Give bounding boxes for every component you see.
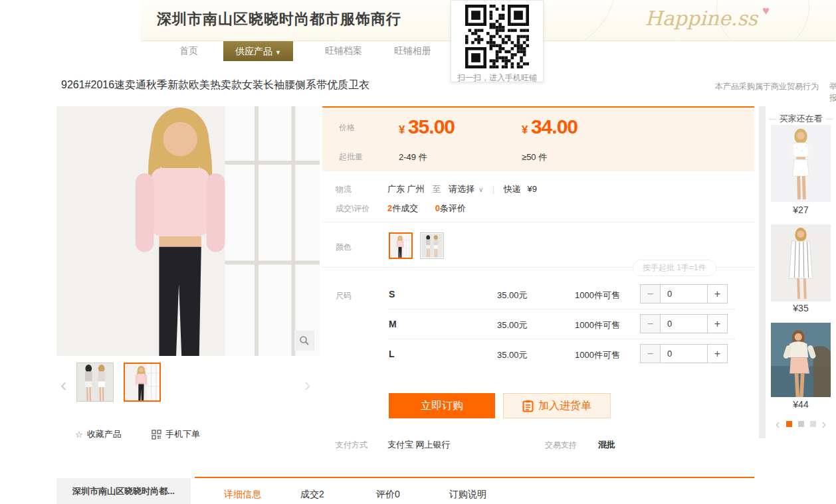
pager-prev-arrow[interactable]: ‹ (776, 417, 780, 430)
sidebar-gap (759, 106, 766, 438)
sidebar-product-1[interactable] (771, 125, 831, 202)
caret-down-icon: ▼ (275, 49, 281, 56)
thumbs-prev-arrow[interactable]: ‹ (60, 376, 66, 394)
size-row-stock: 1000件可售 (575, 319, 620, 331)
sidebar-pager: ‹ › (766, 417, 836, 430)
banner-brand-text: Happine.ss (645, 7, 758, 30)
stats-label: 成交\评价 (336, 203, 369, 214)
tier1-price: ¥ 35.00 (399, 116, 455, 138)
report-link[interactable]: 举报 (829, 81, 836, 104)
sidebar-product-3[interactable] (771, 323, 831, 397)
express-label: 快递 (504, 184, 521, 194)
tab-reviews[interactable]: 评价0 (376, 489, 400, 501)
tier2-price-value: 34.00 (531, 116, 577, 137)
size-row-stock: 1000件可售 (575, 290, 620, 301)
nav-archive-label: 旺铺档案 (325, 45, 362, 56)
nav-album-label: 旺铺相册 (394, 45, 431, 56)
qty-input[interactable]: 0 (661, 345, 707, 363)
review-suffix[interactable]: 条评价 (440, 203, 466, 213)
magnifier-icon (299, 335, 310, 346)
trade-support-label: 交易支持 (545, 440, 577, 451)
deal-suffix[interactable]: 件成交 (392, 203, 418, 213)
size-row-price: 35.00元 (497, 290, 528, 301)
qr-grid-icon (152, 430, 161, 440)
sidebar-product-2[interactable] (771, 224, 831, 301)
trade-note: 本产品采购属于商业贸易行为 (715, 81, 819, 92)
nav-products[interactable]: 供应产品▼ (223, 41, 293, 61)
logistics-label: 物流 (336, 184, 352, 195)
mobile-order-label: 手机下单 (165, 428, 200, 440)
tab-detail-info[interactable]: 详细信息 (224, 489, 261, 501)
batch-hint-pill: 按手起批 1手=1件 (633, 260, 716, 276)
color-swatch-pink[interactable] (389, 232, 413, 259)
nav-archive[interactable]: 旺铺档案 (325, 45, 362, 57)
logistics-value: 广东 广州 至 请选择∨ | 快递 ¥9 (387, 183, 537, 195)
thumbs-next-arrow[interactable]: › (304, 376, 310, 394)
express-fee: ¥9 (527, 184, 536, 194)
star-icon: ☆ (75, 430, 83, 440)
tier1-qty: 2-49 件 (399, 151, 427, 163)
currency-symbol: ¥ (399, 124, 405, 136)
minus-button[interactable]: − (641, 315, 661, 333)
moq-label: 起批量 (339, 151, 363, 163)
add-to-cart-button[interactable]: 加入进货单 (503, 393, 611, 418)
image-zoom-button[interactable] (294, 331, 314, 351)
pager-dot-3[interactable] (810, 421, 816, 427)
main-product-image[interactable] (56, 106, 320, 356)
color-swatch-white[interactable] (420, 232, 444, 259)
payment-methods: 支付宝 网上银行 (387, 439, 451, 451)
stats-value: 2件成交 0条评价 (387, 203, 466, 214)
tab-deals[interactable]: 成交2 (300, 489, 324, 501)
plus-button[interactable]: + (707, 315, 727, 333)
thumbnail-photo (125, 364, 159, 400)
trade-support-value: 混批 (598, 439, 615, 451)
pager-dot-2[interactable] (798, 421, 804, 427)
size-row-price: 35.00元 (497, 319, 528, 331)
also-viewed-sidebar: 买家还在看 ¥27 ¥35 ¥44 ‹ › (766, 106, 836, 438)
bottom-shop-box[interactable]: 深圳市南山区晓晓时尚都... (56, 478, 191, 504)
minus-button[interactable]: − (641, 285, 661, 303)
minus-button[interactable]: − (641, 345, 661, 363)
clipboard-icon (522, 400, 534, 412)
to-word: 至 (432, 184, 441, 194)
tab-order-notes[interactable]: 订购说明 (449, 489, 486, 501)
sidebar-product-photo (771, 125, 831, 202)
divider: | (492, 184, 494, 194)
sidebar-product-photo (771, 224, 831, 301)
mobile-shop-qr-panel: 扫一扫，进入手机旺铺 (451, 0, 544, 82)
product-page: 深圳市南山区晓晓时尚都市服饰商行 Happine.ss ♥ 首页 供应产品▼ 旺… (0, 0, 836, 504)
thumbnail-white-outfit[interactable] (76, 363, 114, 402)
qty-input[interactable]: 0 (661, 285, 707, 303)
nav-home-label: 首页 (179, 45, 198, 56)
sidebar-price-2: ¥35 (766, 303, 836, 313)
chevron-down-icon: ∨ (478, 186, 483, 193)
qty-stepper-m: − 0 + (640, 314, 728, 333)
tabs-accent-line (195, 477, 754, 478)
pager-dot-1[interactable] (786, 421, 792, 427)
pager-next-arrow[interactable]: › (822, 417, 827, 430)
tier1-price-value: 35.00 (408, 116, 455, 137)
qr-code (465, 5, 529, 68)
plus-button[interactable]: + (707, 345, 727, 363)
sidebar-price-3: ¥44 (766, 399, 836, 410)
sidebar-title: 买家还在看 (766, 113, 836, 125)
shop-name: 深圳市南山区晓晓时尚都市服饰商行 (157, 9, 401, 29)
review-count: 0 (435, 203, 440, 213)
product-photo (56, 106, 320, 356)
order-now-button[interactable]: 立即订购 (389, 393, 495, 418)
destination-value: 请选择 (449, 184, 474, 194)
favorite-product-button[interactable]: ☆ 收藏产品 (75, 428, 122, 440)
tier2-price: ¥ 34.00 (522, 116, 577, 138)
add-to-cart-label: 加入进货单 (538, 399, 591, 413)
divider-line (322, 222, 754, 222)
mobile-order-button[interactable]: 手机下单 (152, 428, 200, 440)
qr-caption: 扫一扫，进入手机旺铺 (451, 72, 543, 84)
destination-select[interactable]: 请选择∨ (449, 184, 483, 194)
nav-home[interactable]: 首页 (179, 45, 198, 57)
plus-button[interactable]: + (707, 285, 727, 303)
price-panel: 价格 起批量 ¥ 35.00 ¥ 34.00 2-49 件 ≥50 件 (322, 106, 754, 171)
qty-input[interactable]: 0 (661, 315, 707, 333)
size-row-name: M (389, 319, 397, 329)
thumbnail-pink-sweater[interactable] (124, 363, 161, 402)
nav-album[interactable]: 旺铺相册 (394, 45, 431, 57)
